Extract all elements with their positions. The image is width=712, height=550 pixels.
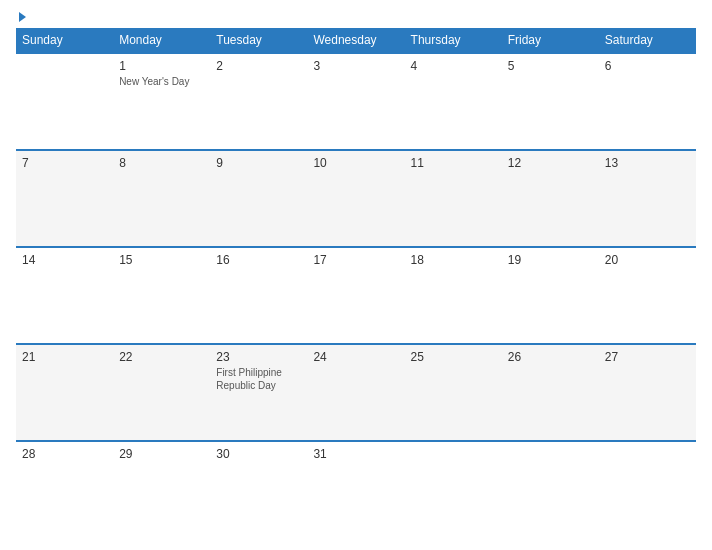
day-cell: 4 xyxy=(405,53,502,150)
day-number: 16 xyxy=(216,253,301,267)
week-row-2: 14151617181920 xyxy=(16,247,696,344)
day-number: 15 xyxy=(119,253,204,267)
day-number: 14 xyxy=(22,253,107,267)
day-number: 6 xyxy=(605,59,690,73)
day-cell: 29 xyxy=(113,441,210,538)
day-number: 7 xyxy=(22,156,107,170)
day-cell xyxy=(16,53,113,150)
day-cell: 8 xyxy=(113,150,210,247)
week-row-4: 28293031 xyxy=(16,441,696,538)
weekday-header-sunday: Sunday xyxy=(16,28,113,53)
day-number: 17 xyxy=(313,253,398,267)
calendar-header xyxy=(16,12,696,22)
day-number: 22 xyxy=(119,350,204,364)
day-cell: 14 xyxy=(16,247,113,344)
logo-blue-row xyxy=(16,12,26,22)
day-cell xyxy=(599,441,696,538)
day-cell: 28 xyxy=(16,441,113,538)
weekday-header-saturday: Saturday xyxy=(599,28,696,53)
day-cell: 18 xyxy=(405,247,502,344)
day-cell: 1New Year's Day xyxy=(113,53,210,150)
day-number: 8 xyxy=(119,156,204,170)
day-cell: 3 xyxy=(307,53,404,150)
weekday-header-row: SundayMondayTuesdayWednesdayThursdayFrid… xyxy=(16,28,696,53)
day-number: 29 xyxy=(119,447,204,461)
day-cell: 9 xyxy=(210,150,307,247)
day-number: 19 xyxy=(508,253,593,267)
event-label: New Year's Day xyxy=(119,75,204,88)
day-cell: 5 xyxy=(502,53,599,150)
day-cell: 17 xyxy=(307,247,404,344)
day-cell: 31 xyxy=(307,441,404,538)
week-row-1: 78910111213 xyxy=(16,150,696,247)
day-cell: 26 xyxy=(502,344,599,441)
day-cell: 12 xyxy=(502,150,599,247)
day-cell xyxy=(502,441,599,538)
weekday-header-friday: Friday xyxy=(502,28,599,53)
day-cell: 21 xyxy=(16,344,113,441)
day-cell: 13 xyxy=(599,150,696,247)
event-label: First Philippine Republic Day xyxy=(216,366,301,392)
day-cell: 16 xyxy=(210,247,307,344)
day-number: 3 xyxy=(313,59,398,73)
day-number: 31 xyxy=(313,447,398,461)
week-row-0: 1New Year's Day23456 xyxy=(16,53,696,150)
day-number: 25 xyxy=(411,350,496,364)
day-number: 4 xyxy=(411,59,496,73)
day-number: 30 xyxy=(216,447,301,461)
week-row-3: 212223First Philippine Republic Day24252… xyxy=(16,344,696,441)
day-number: 23 xyxy=(216,350,301,364)
day-number: 24 xyxy=(313,350,398,364)
day-number: 28 xyxy=(22,447,107,461)
day-number: 10 xyxy=(313,156,398,170)
day-cell: 7 xyxy=(16,150,113,247)
day-cell: 2 xyxy=(210,53,307,150)
day-number: 5 xyxy=(508,59,593,73)
day-cell: 30 xyxy=(210,441,307,538)
day-cell: 27 xyxy=(599,344,696,441)
day-cell: 15 xyxy=(113,247,210,344)
day-number: 13 xyxy=(605,156,690,170)
calendar-table: SundayMondayTuesdayWednesdayThursdayFrid… xyxy=(16,28,696,538)
weekday-header-tuesday: Tuesday xyxy=(210,28,307,53)
day-number: 1 xyxy=(119,59,204,73)
day-number: 21 xyxy=(22,350,107,364)
day-number: 18 xyxy=(411,253,496,267)
day-number: 11 xyxy=(411,156,496,170)
day-cell: 20 xyxy=(599,247,696,344)
day-number: 12 xyxy=(508,156,593,170)
weekday-header-wednesday: Wednesday xyxy=(307,28,404,53)
day-cell: 19 xyxy=(502,247,599,344)
day-cell xyxy=(405,441,502,538)
logo xyxy=(16,12,26,22)
day-number: 26 xyxy=(508,350,593,364)
day-cell: 25 xyxy=(405,344,502,441)
day-number: 20 xyxy=(605,253,690,267)
day-cell: 24 xyxy=(307,344,404,441)
logo-triangle-icon xyxy=(19,12,26,22)
day-cell: 6 xyxy=(599,53,696,150)
day-cell: 10 xyxy=(307,150,404,247)
day-cell: 22 xyxy=(113,344,210,441)
day-number: 2 xyxy=(216,59,301,73)
calendar-page: SundayMondayTuesdayWednesdayThursdayFrid… xyxy=(0,0,712,550)
day-number: 9 xyxy=(216,156,301,170)
day-cell: 23First Philippine Republic Day xyxy=(210,344,307,441)
weekday-header-monday: Monday xyxy=(113,28,210,53)
day-number: 27 xyxy=(605,350,690,364)
day-cell: 11 xyxy=(405,150,502,247)
weekday-header-thursday: Thursday xyxy=(405,28,502,53)
